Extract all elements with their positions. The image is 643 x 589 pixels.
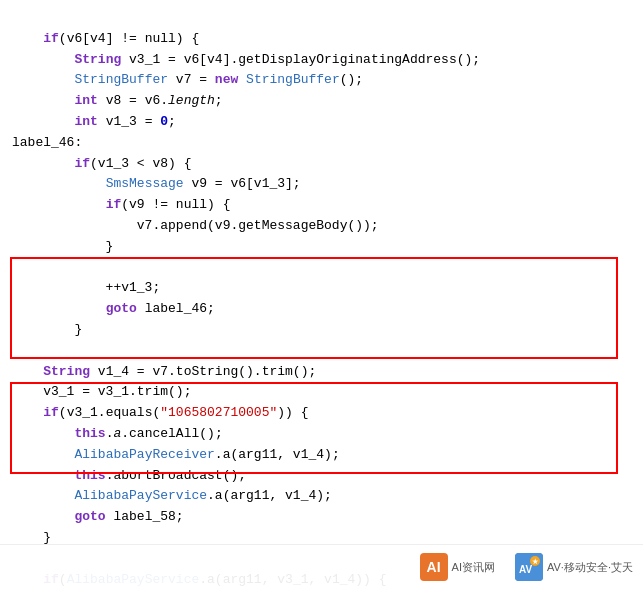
line-19: if(v3_1.equals("1065802710005")) { [12,405,309,420]
line-13: ++v1_3; [12,280,160,295]
line-5: int v1_3 = 0; [12,114,176,129]
av-label: AV·移动安全·艾天 [547,560,633,575]
svg-text:★: ★ [532,558,539,565]
line-2: String v3_1 = v6[v4].getDisplayOriginati… [12,52,480,67]
line-4: int v8 = v6.length; [12,93,223,108]
line-24: goto label_58; [12,509,184,524]
line-20: this.a.cancelAll(); [12,426,223,441]
ai-icon: AI [420,553,448,581]
ai-watermark: AI AI资讯网 [420,553,495,581]
line-18: v3_1 = v3_1.trim(); [12,384,191,399]
line-22: this.abortBroadcast(); [12,468,246,483]
line-21: AlibabaPayReceiver.a(arg11, v1_4); [12,447,340,462]
ai-label: AI资讯网 [452,560,495,575]
av-icon: AV ★ [515,553,543,581]
line-17: String v1_4 = v7.toString().trim(); [12,364,316,379]
svg-text:AV: AV [519,564,532,575]
av-icon-svg: AV ★ [515,553,543,581]
line-15: } [12,322,82,337]
line-11: } [12,239,113,254]
line-25: } [12,530,51,545]
line-23: AlibabaPayService.a(arg11, v1_4); [12,488,332,503]
line-6: label_46: [12,135,82,150]
line-1: if(v6[v4] != null) { [12,31,199,46]
code-block: if(v6[v4] != null) { String v3_1 = v6[v4… [0,0,643,589]
line-8: SmsMessage v9 = v6[v1_3]; [12,176,301,191]
line-3: StringBuffer v7 = new StringBuffer(); [12,72,363,87]
watermark-bar: AI AI资讯网 AV ★ AV·移动安全·艾天 [0,544,643,589]
av-watermark: AV ★ AV·移动安全·艾天 [515,553,633,581]
line-9: if(v9 != null) { [12,197,230,212]
line-14: goto label_46; [12,301,215,316]
line-10: v7.append(v9.getMessageBody()); [12,218,379,233]
line-7: if(v1_3 < v8) { [12,156,191,171]
